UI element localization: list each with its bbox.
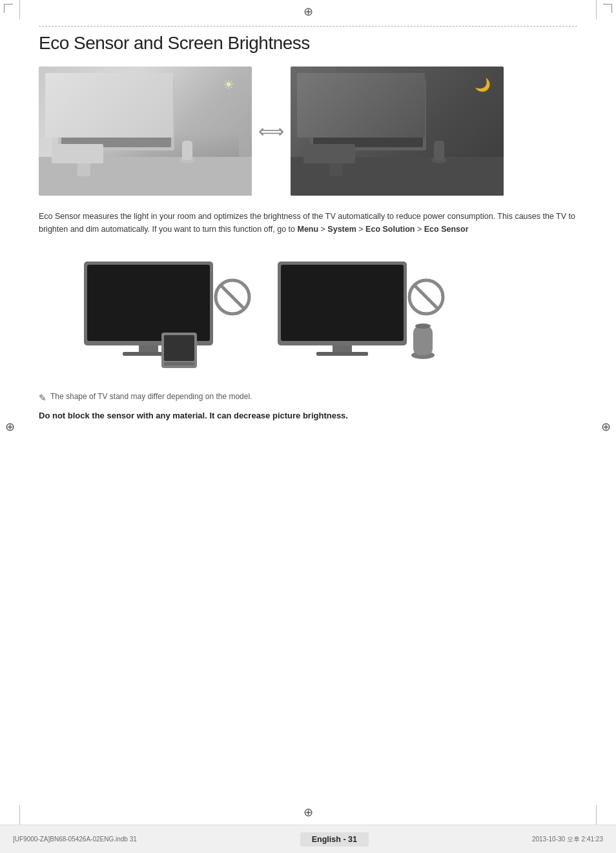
bottom-bar: [UF9000-ZA]BN68-05426A-02ENG.indb 31 Eng…: [0, 825, 616, 853]
svg-rect-23: [164, 335, 194, 361]
dark-room-image: 🌙: [291, 67, 504, 196]
vline-top-left: [19, 0, 20, 19]
menu-bold-menu: Menu: [297, 225, 318, 234]
svg-rect-28: [281, 265, 404, 341]
svg-line-35: [414, 285, 438, 309]
desc-sep1: >: [318, 225, 327, 234]
menu-bold-sensor: Eco Sensor: [424, 225, 469, 234]
svg-rect-5: [77, 163, 90, 176]
svg-rect-1: [61, 83, 171, 147]
svg-rect-29: [333, 345, 352, 352]
desc-sep3: >: [415, 225, 424, 234]
double-arrow-icon: ⟺: [258, 121, 284, 142]
menu-bold-system: System: [327, 225, 356, 234]
warning-text: Do not block the sensor with any materia…: [39, 411, 577, 420]
tv1-wrap: [77, 255, 252, 378]
page-number-box: English - 31: [300, 832, 369, 847]
svg-line-26: [220, 285, 245, 309]
dark-room-svg: 🌙: [291, 67, 504, 196]
corner-mark-tl: [4, 4, 13, 13]
crosshair-left-icon: [5, 420, 15, 434]
bright-room-svg: ☀: [39, 67, 252, 196]
note-text: The shape of TV stand may differ dependi…: [50, 392, 252, 401]
desc-sep2: >: [356, 225, 365, 234]
svg-point-33: [415, 324, 431, 329]
page-container: Eco Sensor and Screen Brightness: [0, 0, 616, 853]
svg-rect-14: [329, 163, 342, 176]
svg-text:🌙: 🌙: [475, 77, 491, 92]
svg-rect-16: [434, 141, 444, 160]
svg-text:☀: ☀: [223, 77, 234, 92]
vline-bottom-right: [596, 805, 597, 825]
description-text: Eco Sensor measures the light in your ro…: [39, 210, 577, 236]
svg-rect-4: [52, 144, 103, 163]
svg-rect-10: [313, 83, 423, 147]
room-image-row: ☀ ⟺: [39, 67, 577, 196]
crosshair-top-icon: [302, 5, 314, 18]
bottom-right-text: 2013-10-30 오후 2:41:23: [532, 835, 603, 844]
svg-rect-19: [87, 265, 210, 341]
note-icon: ✎: [39, 393, 46, 403]
note-container: ✎ The shape of TV stand may differ depen…: [39, 392, 577, 403]
svg-point-2: [94, 96, 139, 134]
crosshair-right-icon: [601, 420, 611, 434]
svg-rect-20: [139, 345, 158, 352]
menu-bold-eco: Eco Solution: [365, 225, 415, 234]
svg-rect-7: [182, 141, 192, 160]
svg-point-11: [345, 96, 391, 134]
vline-bottom-left: [19, 805, 20, 825]
svg-rect-30: [316, 352, 368, 356]
tv2-svg: [271, 255, 452, 384]
bottom-left-text: [UF9000-ZA]BN68-05426A-02ENG.indb 31: [13, 836, 137, 843]
tv-image-row: [77, 255, 577, 378]
svg-rect-32: [413, 326, 433, 355]
vline-top-right: [596, 0, 597, 19]
crosshair-bottom-icon: [303, 805, 313, 819]
bright-room-image: ☀: [39, 67, 252, 196]
corner-mark-tr: [603, 4, 612, 13]
main-content: Eco Sensor and Screen Brightness: [39, 26, 577, 433]
tv1-svg: [77, 255, 258, 384]
tv2-wrap: [271, 255, 446, 378]
page-title: Eco Sensor and Screen Brightness: [39, 33, 577, 54]
dashed-rule: [39, 26, 577, 26]
svg-rect-24: [164, 362, 194, 365]
svg-rect-13: [303, 144, 355, 163]
